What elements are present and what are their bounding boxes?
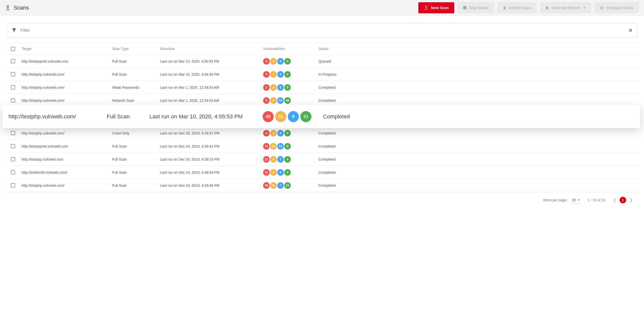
- severity-medium-badge: 7: [270, 71, 277, 78]
- row-checkbox[interactable]: [11, 131, 15, 135]
- svg-point-0: [7, 7, 9, 9]
- cell-type: Full Scan: [112, 170, 160, 174]
- cell-type: Full Scan: [112, 72, 160, 76]
- row-checkbox[interactable]: [11, 170, 15, 174]
- cell-schedule: Last run on Mar 10, 2020, 4:54:35 PM: [160, 72, 263, 76]
- table-row[interactable]: http://testphp.vulnweb.com/Weak Password…: [4, 81, 640, 94]
- cell-type: Full Scan: [112, 59, 160, 63]
- cell-schedule: Last run on Dec 25, 2019, 5:26:51 PM: [160, 131, 263, 135]
- severity-info-badge: 0: [284, 130, 291, 136]
- cell-type: Crawl Only: [112, 131, 160, 135]
- compare-scans-button[interactable]: Compare Scans: [594, 2, 639, 13]
- items-per-page-value: 20: [572, 198, 576, 202]
- severity-high-badge: 11: [263, 156, 270, 163]
- severity-medium-badge: 0: [270, 97, 277, 104]
- cell-type: Full Scan: [112, 157, 160, 161]
- current-page-badge[interactable]: 1: [620, 197, 626, 203]
- table-row[interactable]: http://testphp.vulnweb.com/Full ScanLast…: [4, 179, 640, 192]
- cell-target: http://testphp.vulnweb.com/: [22, 85, 112, 89]
- severity-info-badge: 21: [284, 182, 291, 189]
- row-checkbox[interactable]: [11, 59, 15, 63]
- col-vulnerabilities[interactable]: Vulnerabilities: [263, 47, 318, 51]
- row-checkbox[interactable]: [11, 98, 15, 103]
- hl-schedule: Last run on Mar 10, 2020, 4:55:53 PM: [149, 113, 263, 120]
- filter-input[interactable]: [17, 28, 628, 33]
- cell-vulnerabilities: 1311126: [263, 143, 318, 150]
- severity-high-badge: 5: [263, 71, 270, 78]
- items-per-page-label: Items per page:: [543, 198, 567, 202]
- pagination: Items per page: 20 ▼ 1 - 10 of 10 ❮ 1 ❯: [4, 192, 640, 205]
- trash-icon: [503, 6, 506, 10]
- row-checkbox[interactable]: [11, 72, 15, 76]
- severity-info-badge: 6: [284, 143, 291, 150]
- svg-rect-2: [463, 6, 466, 9]
- col-target[interactable]: Target: [22, 47, 112, 51]
- row-checkbox[interactable]: [11, 144, 15, 148]
- cell-schedule: Last run on Dec 24, 2019, 4:29:48 PM: [160, 183, 263, 188]
- cell-schedule: Last run on Mar 10, 2020, 4:55:53 PM: [160, 59, 263, 63]
- severity-low-badge: 23: [277, 97, 284, 104]
- stop-scans-label: Stop Scans: [469, 6, 489, 10]
- stop-icon: [463, 6, 467, 10]
- close-icon[interactable]: ✕: [628, 27, 633, 33]
- table-row[interactable]: http://testasp.vulnweb.comFull ScanLast …: [4, 153, 640, 166]
- generate-report-button[interactable]: Generate Report ▼: [540, 2, 591, 13]
- prev-page-button[interactable]: ❮: [612, 196, 618, 204]
- cell-status: Completed: [318, 131, 640, 135]
- highlighted-scan-row[interactable]: http://testphp.vulnweb.com/ Full Scan La…: [3, 105, 640, 128]
- table-row[interactable]: http://testaspnet.vulnweb.comFull ScanLa…: [4, 140, 640, 153]
- page-range: 1 - 10 of 10: [587, 198, 605, 202]
- severity-medium-badge: 5: [270, 169, 277, 176]
- severity-high-badge: 0: [263, 130, 270, 136]
- severity-high-badge: 2: [263, 97, 270, 104]
- col-schedule[interactable]: Schedule: [160, 47, 263, 51]
- select-all-checkbox[interactable]: [11, 47, 15, 51]
- row-checkbox[interactable]: [11, 183, 15, 188]
- cell-type: Network Scan: [112, 99, 160, 103]
- severity-medium-badge: 0: [270, 58, 277, 65]
- col-status[interactable]: Status: [318, 47, 640, 51]
- severity-info-badge: 0: [284, 58, 291, 65]
- items-per-page-select[interactable]: 20 ▼: [571, 197, 581, 204]
- severity-low-badge: 0: [277, 84, 284, 91]
- severity-high-badge: 38: [263, 182, 270, 189]
- cell-status: Queued: [318, 59, 640, 63]
- cell-target: http://testaspnet.vulnweb.com: [22, 144, 112, 148]
- table-row[interactable]: http://testphp.vulnweb.com/Crawl OnlyLas…: [4, 127, 640, 140]
- radar-icon: [5, 5, 11, 11]
- delete-scans-button[interactable]: Delete Scans: [497, 2, 537, 13]
- new-scan-button[interactable]: New Scan: [418, 2, 454, 13]
- table-row[interactable]: http://testaspnet.vulnweb.comFull ScanLa…: [4, 55, 640, 68]
- compare-icon: [600, 6, 604, 10]
- cell-vulnerabilities: 12563: [263, 169, 318, 176]
- cell-target: http://testaspnet.vulnweb.com: [22, 59, 112, 63]
- severity-info-badge: 3: [284, 169, 291, 176]
- severity-high-badge: 0: [263, 58, 270, 65]
- cell-target: http://testphp.vulnweb.com/: [22, 131, 112, 135]
- table-row[interactable]: http://testphp.vulnweb.com/Full ScanLast…: [4, 68, 640, 81]
- severity-high-badge: 40: [263, 111, 274, 122]
- table-row[interactable]: http://testhtml5.vulnweb.com/Full ScanLa…: [4, 166, 640, 179]
- severity-low-badge: 7: [277, 156, 284, 163]
- cell-schedule: Last run on Dec 24, 2019, 4:38:54 PM: [160, 170, 263, 174]
- hl-target: http://testphp.vulnweb.com/: [9, 113, 107, 120]
- stop-scans-button[interactable]: Stop Scans: [457, 2, 494, 13]
- cell-type: Full Scan: [112, 183, 160, 188]
- radar-icon: [424, 6, 428, 10]
- cell-vulnerabilities: 0000: [263, 58, 318, 65]
- next-page-button[interactable]: ❯: [628, 196, 634, 204]
- row-checkbox[interactable]: [11, 85, 15, 89]
- cell-vulnerabilities: 3851721: [263, 182, 318, 189]
- cell-status: Completed: [318, 85, 640, 89]
- col-scan-type[interactable]: Scan Type: [112, 47, 160, 51]
- compare-scans-label: Compare Scans: [606, 6, 633, 10]
- severity-info-badge: 0: [284, 84, 291, 91]
- cell-schedule: Last run on Mar 1, 2020, 12:34:53 AM: [160, 99, 263, 103]
- cell-target: http://testphp.vulnweb.com/: [22, 183, 112, 188]
- hl-vulnerabilities: 40 51 8 21: [263, 111, 323, 122]
- cell-status: Completed: [318, 183, 640, 188]
- severity-medium-badge: 0: [270, 130, 277, 136]
- severity-low-badge: 0: [277, 58, 284, 65]
- title-wrap: Scans: [5, 5, 29, 11]
- row-checkbox[interactable]: [11, 157, 15, 161]
